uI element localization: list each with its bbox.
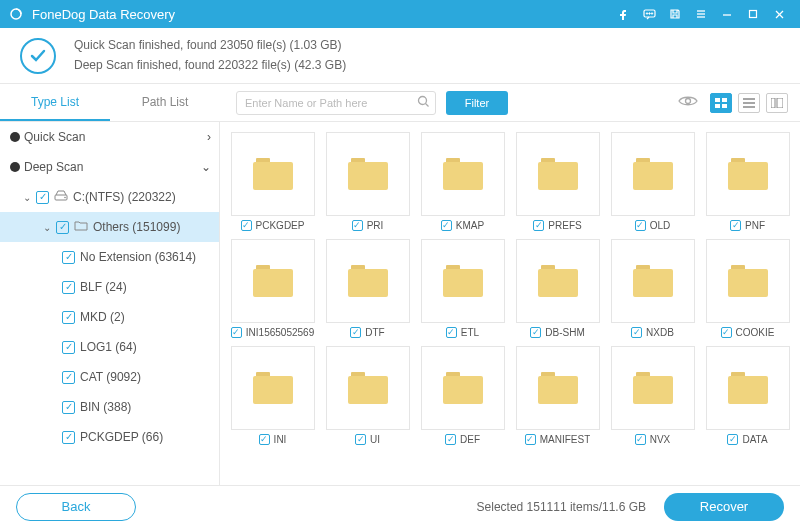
tree-drive[interactable]: ⌄ C:(NTFS) (220322)	[0, 182, 219, 212]
chevron-down-icon[interactable]: ⌄	[201, 160, 211, 174]
grid-cell[interactable]: KMAP	[418, 132, 507, 231]
grid-cell[interactable]: PRI	[323, 132, 412, 231]
thumbnail[interactable]	[421, 346, 505, 430]
thumbnail[interactable]	[231, 132, 315, 216]
chevron-down-icon[interactable]: ⌄	[20, 192, 34, 203]
checkbox[interactable]	[355, 434, 366, 445]
facebook-icon[interactable]	[610, 0, 636, 28]
thumbnail[interactable]	[706, 346, 790, 430]
grid-cell[interactable]: DEF	[418, 346, 507, 445]
tree-item[interactable]: LOG1 (64)	[0, 332, 219, 362]
grid-cell[interactable]: OLD	[608, 132, 697, 231]
grid-cell[interactable]: COOKIE	[703, 239, 792, 338]
checkbox[interactable]	[730, 220, 741, 231]
thumbnail[interactable]	[421, 239, 505, 323]
grid-cell[interactable]: DATA	[703, 346, 792, 445]
grid-cell[interactable]: NVX	[608, 346, 697, 445]
tab-path-list[interactable]: Path List	[110, 84, 220, 121]
checkbox[interactable]	[62, 251, 75, 264]
checkbox[interactable]	[62, 341, 75, 354]
file-grid[interactable]: PCKGDEPPRIKMAPPREFSOLDPNFINI1565052569DT…	[220, 122, 800, 485]
tree-deep-scan[interactable]: Deep Scan ⌄	[0, 152, 219, 182]
chevron-down-icon[interactable]: ⌄	[40, 222, 54, 233]
tree-item[interactable]: BIN (388)	[0, 392, 219, 422]
checkbox[interactable]	[631, 327, 642, 338]
checkbox[interactable]	[446, 327, 457, 338]
thumbnail[interactable]	[326, 132, 410, 216]
tree-item[interactable]: BLF (24)	[0, 272, 219, 302]
grid-cell[interactable]: ETL	[418, 239, 507, 338]
filter-button[interactable]: Filter	[446, 91, 508, 115]
save-icon[interactable]	[662, 0, 688, 28]
view-list-icon[interactable]	[738, 93, 760, 113]
grid-cell[interactable]: DB-SHM	[513, 239, 602, 338]
thumbnail[interactable]	[516, 132, 600, 216]
grid-cell[interactable]: PCKGDEP	[228, 132, 317, 231]
checkbox[interactable]	[441, 220, 452, 231]
grid-cell[interactable]: INI1565052569	[228, 239, 317, 338]
checkbox[interactable]	[350, 327, 361, 338]
checkbox[interactable]	[635, 434, 646, 445]
grid-cell[interactable]: PREFS	[513, 132, 602, 231]
grid-cell[interactable]: NXDB	[608, 239, 697, 338]
thumbnail[interactable]	[516, 239, 600, 323]
close-icon[interactable]	[766, 0, 792, 28]
thumbnail[interactable]	[516, 346, 600, 430]
checkbox[interactable]	[231, 327, 242, 338]
checkbox[interactable]	[533, 220, 544, 231]
minimize-icon[interactable]	[714, 0, 740, 28]
checkbox[interactable]	[259, 434, 270, 445]
title-bar: FoneDog Data Recovery	[0, 0, 800, 28]
search-icon[interactable]	[417, 94, 430, 112]
checkbox[interactable]	[62, 311, 75, 324]
tree-item[interactable]: CAT (9092)	[0, 362, 219, 392]
checkbox[interactable]	[36, 191, 49, 204]
thumbnail[interactable]	[326, 239, 410, 323]
tree-quick-scan[interactable]: Quick Scan ›	[0, 122, 219, 152]
grid-cell[interactable]: MANIFEST	[513, 346, 602, 445]
grid-cell[interactable]: PNF	[703, 132, 792, 231]
checkbox[interactable]	[62, 431, 75, 444]
thumbnail[interactable]	[611, 346, 695, 430]
tree-item[interactable]: MKD (2)	[0, 302, 219, 332]
tab-type-list[interactable]: Type List	[0, 84, 110, 121]
checkbox[interactable]	[62, 281, 75, 294]
search-input[interactable]	[236, 91, 436, 115]
checkbox[interactable]	[635, 220, 646, 231]
feedback-icon[interactable]	[636, 0, 662, 28]
checkbox[interactable]	[56, 221, 69, 234]
thumbnail[interactable]	[421, 132, 505, 216]
thumbnail[interactable]	[231, 346, 315, 430]
view-grid-icon[interactable]	[710, 93, 732, 113]
sidebar-tree[interactable]: Quick Scan › Deep Scan ⌄ ⌄ C:(NTFS) (220…	[0, 122, 220, 485]
checkbox[interactable]	[445, 434, 456, 445]
checkbox[interactable]	[721, 327, 732, 338]
tree-item[interactable]: PCKGDEP (66)	[0, 422, 219, 452]
checkbox[interactable]	[525, 434, 536, 445]
preview-icon[interactable]	[678, 94, 698, 112]
tree-item[interactable]: No Extension (63614)	[0, 242, 219, 272]
thumbnail[interactable]	[231, 239, 315, 323]
grid-cell[interactable]: DTF	[323, 239, 412, 338]
recover-button[interactable]: Recover	[664, 493, 784, 521]
view-detail-icon[interactable]	[766, 93, 788, 113]
thumbnail[interactable]	[611, 132, 695, 216]
back-button[interactable]: Back	[16, 493, 136, 521]
checkbox[interactable]	[352, 220, 363, 231]
thumbnail[interactable]	[706, 132, 790, 216]
checkbox[interactable]	[62, 401, 75, 414]
tree-others[interactable]: ⌄ Others (151099)	[0, 212, 219, 242]
thumbnail[interactable]	[706, 239, 790, 323]
thumbnail[interactable]	[611, 239, 695, 323]
grid-cell[interactable]: INI	[228, 346, 317, 445]
maximize-icon[interactable]	[740, 0, 766, 28]
checkbox[interactable]	[530, 327, 541, 338]
svg-point-3	[648, 12, 649, 13]
thumbnail[interactable]	[326, 346, 410, 430]
checkbox[interactable]	[62, 371, 75, 384]
checkbox[interactable]	[241, 220, 252, 231]
menu-icon[interactable]	[688, 0, 714, 28]
checkbox[interactable]	[727, 434, 738, 445]
grid-cell[interactable]: UI	[323, 346, 412, 445]
chevron-right-icon[interactable]: ›	[207, 130, 211, 144]
